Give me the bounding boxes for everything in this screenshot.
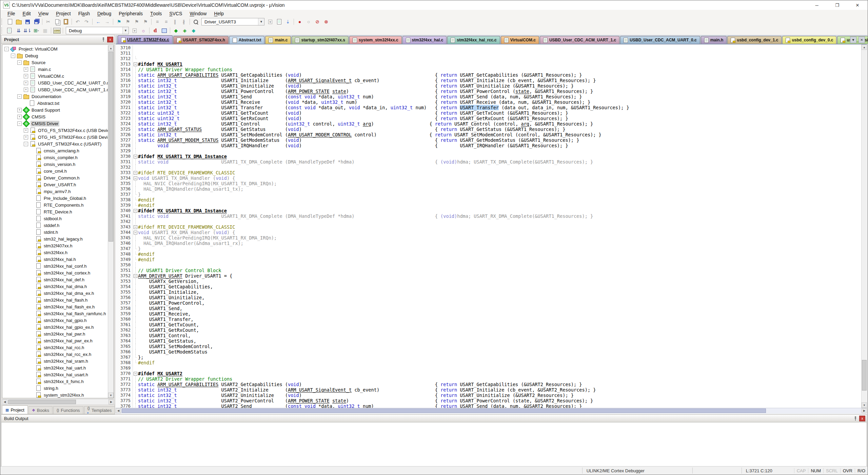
target-combo[interactable]: Debug▼: [66, 27, 129, 34]
scroll-right-icon[interactable]: ▶: [862, 408, 867, 413]
code-line[interactable]: 3767};: [116, 355, 862, 360]
code-line[interactable]: 3765 USART1_SetModemControl,: [116, 344, 862, 349]
code-line[interactable]: 3723static uint32_t USART1_GetRxCount (v…: [116, 116, 862, 121]
tree-item[interactable]: +Board Support: [2, 107, 108, 113]
document-tab[interactable]: main.c: [265, 36, 291, 44]
scrollbar-thumb[interactable]: [8, 400, 76, 404]
tree-item[interactable]: cmsis_version.h: [2, 161, 108, 168]
fold-collapse-icon[interactable]: [133, 170, 138, 175]
start-stop-debug-icon[interactable]: d: [151, 27, 160, 34]
scroll-down-icon[interactable]: ▼: [108, 393, 114, 398]
redo-icon[interactable]: ↷: [82, 18, 91, 25]
code-line[interactable]: 3755 USART1_Initialize,: [116, 289, 862, 295]
code-line[interactable]: 3773static int32_t USART2_Initialize (AR…: [116, 387, 862, 393]
menu-tools[interactable]: Tools: [146, 10, 165, 17]
tree-item[interactable]: stm32f4xx.h: [2, 249, 108, 256]
find-in-files-icon[interactable]: [191, 18, 200, 25]
document-tab[interactable]: startup_stm32f407xx.s: [292, 36, 348, 44]
indent-right-icon[interactable]: ≡: [162, 18, 171, 25]
maximize-button[interactable]: ❐: [827, 0, 847, 10]
code-line[interactable]: 3721static int32_t USART1_Transfer (cons…: [116, 105, 862, 110]
tree-item[interactable]: Driver_Common.h: [2, 174, 108, 181]
workspace-tab-functions[interactable]: {}Functions: [53, 406, 83, 414]
code-line[interactable]: 3726static int32_t USART1_SetModemContro…: [116, 132, 862, 137]
close-button[interactable]: ✕: [847, 0, 868, 10]
menu-file[interactable]: File: [4, 10, 19, 17]
code-line[interactable]: 3756 USART1_Uninitialize,: [116, 295, 862, 300]
code-line[interactable]: 3714// USART1 Driver Wrapper functions: [116, 67, 862, 72]
tree-item[interactable]: RTE_Components.h: [2, 202, 108, 208]
target-dropdown-icon[interactable]: ▾: [130, 27, 139, 34]
code-line[interactable]: 3757 USART1_PowerControl,: [116, 300, 862, 306]
fold-collapse-icon[interactable]: [133, 154, 138, 159]
tree-item[interactable]: cmsis_compiler.h: [2, 154, 108, 161]
code-line[interactable]: 3745 HAL_NVIC_ClearPendingIRQ(MX_USART1_…: [116, 235, 862, 241]
code-line[interactable]: 3711: [116, 51, 862, 56]
tree-item[interactable]: stm32f4xx_hal_uart.h: [2, 364, 108, 371]
code-line[interactable]: 3712: [116, 56, 862, 61]
toolbar-grip[interactable]: [1, 19, 4, 25]
document-tab[interactable]: usbd_config_dev_1.c: [727, 36, 782, 44]
paste-icon[interactable]: [61, 18, 70, 25]
tree-item[interactable]: stm32_hal_legacy.h: [2, 235, 108, 242]
incremental-find-icon[interactable]: ⇣: [283, 18, 292, 25]
clear-bookmarks-icon[interactable]: ⚑: [141, 18, 150, 25]
open-file-icon[interactable]: [14, 18, 23, 25]
tree-item[interactable]: +main.c: [2, 66, 108, 73]
scroll-up-icon[interactable]: ▲: [862, 44, 867, 50]
code-line[interactable]: 3743#ifdef RTE_DEVICE_FRAMEWORK_CLASSIC: [116, 224, 862, 230]
close-document-button[interactable]: ✕: [859, 37, 865, 43]
tree-item[interactable]: stm32f4xx_hal_gpio.h: [2, 317, 108, 324]
kill-all-breakpoints-icon[interactable]: ⊗: [322, 18, 331, 25]
pack-installer-icon[interactable]: ◆: [189, 27, 198, 34]
workspace-tab-project[interactable]: ▦Project: [2, 405, 28, 414]
code-line[interactable]: 3761 USART1_GetTxCount,: [116, 322, 862, 327]
code-line[interactable]: 3762 USART1_GetRxCount,: [116, 327, 862, 333]
copy-icon[interactable]: [53, 18, 61, 25]
collapse-icon[interactable]: −: [17, 94, 22, 99]
tree-item[interactable]: Pre_Include_Global.h: [2, 195, 108, 202]
tree-item[interactable]: stm32f4xx_hal_cortex.h: [2, 269, 108, 276]
tree-item[interactable]: +CMSIS: [2, 113, 108, 120]
expand-icon[interactable]: +: [24, 128, 28, 133]
tree-item[interactable]: Abstract.txt: [2, 100, 108, 107]
tree-item[interactable]: stm32f4xx_hal_flash.h: [2, 297, 108, 303]
menu-view[interactable]: View: [35, 10, 52, 17]
code-line[interactable]: 3728 void USART1_IRQHandler (void) { USA…: [116, 143, 862, 148]
code-line[interactable]: 3739#endif: [116, 203, 862, 208]
document-tab[interactable]: stm32f4xx_hal.c: [402, 36, 447, 44]
project-tree-vertical-scrollbar[interactable]: ▲ ▼: [108, 45, 114, 398]
tree-item[interactable]: stm32f4xx_hal_rcc_ex.h: [2, 351, 108, 358]
code-line[interactable]: 3741static void USART1_RX_DMA_Complete (…: [116, 213, 862, 219]
tree-item[interactable]: core_cm4.h: [2, 168, 108, 174]
menu-peripherals[interactable]: Peripherals: [115, 10, 146, 17]
code-line[interactable]: 3736 HAL_DMA_IRQHandler(&hdma_usart1_tx)…: [116, 186, 862, 192]
code-line[interactable]: 3731static void USART1_TX_DMA_Complete (…: [116, 159, 862, 165]
tree-item[interactable]: +VirtualCOM.c: [2, 73, 108, 79]
collapse-icon[interactable]: −: [4, 47, 9, 51]
tree-item[interactable]: stddef.h: [2, 222, 108, 229]
editor-horizontal-scrollbar[interactable]: ◀ ▶: [116, 408, 867, 414]
tree-item[interactable]: −Project: VirtualCOM: [2, 45, 108, 52]
expand-icon[interactable]: +: [24, 81, 28, 85]
fold-collapse-icon[interactable]: [133, 230, 138, 235]
expand-icon[interactable]: +: [24, 88, 28, 92]
collapse-icon[interactable]: −: [24, 142, 28, 146]
tree-item[interactable]: +USBD_User_CDC_ACM_UART_0.c: [2, 79, 108, 86]
tree-item[interactable]: stm32f4xx_hal_def.h: [2, 276, 108, 283]
fold-collapse-icon[interactable]: [133, 371, 138, 376]
save-icon[interactable]: [23, 18, 32, 25]
code-line[interactable]: 3742: [116, 219, 862, 224]
code-line[interactable]: 3734void USART1_TX_DMA_Handler (void) {: [116, 175, 862, 181]
menu-window[interactable]: Window: [186, 10, 210, 17]
tree-item[interactable]: mpu_armv7.h: [2, 188, 108, 195]
scrollbar-thumb[interactable]: [122, 408, 766, 413]
collapse-icon[interactable]: −: [11, 54, 15, 58]
build-output-body[interactable]: [1, 422, 867, 467]
code-line[interactable]: 3738#endif: [116, 197, 862, 203]
insert-bookmark-icon[interactable]: ⚑: [115, 18, 123, 25]
scrollbar-thumb[interactable]: [108, 52, 113, 242]
code-line[interactable]: 3717static int32_t USART1_Uninitialize (…: [116, 83, 862, 89]
code-line[interactable]: 3763 USART1_Control,: [116, 333, 862, 338]
code-line[interactable]: 3733#ifdef RTE_DEVICE_FRAMEWORK_CLASSIC: [116, 170, 862, 175]
